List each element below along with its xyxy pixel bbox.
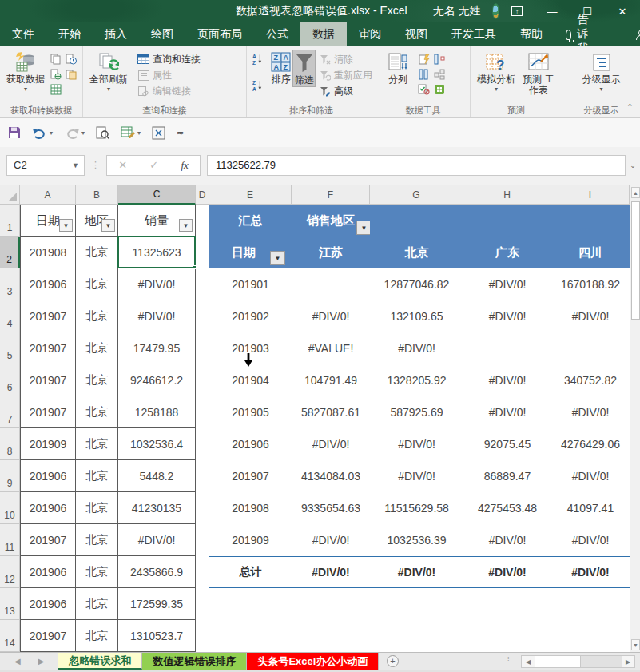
pivot-value-cell[interactable]: 587925.69 [370,396,463,428]
left-table-cell[interactable]: 2435866.9 [118,556,196,588]
left-table-cell[interactable]: 17479.95 [118,332,196,364]
row-header-14[interactable]: 14 [0,620,20,652]
undo-button[interactable]: ▾ [32,127,53,139]
share-button[interactable]: 共享 [604,20,640,49]
left-table-cell[interactable]: 201907 [20,332,76,364]
row-header-9[interactable]: 9 [0,460,20,492]
edit-links-button[interactable]: 编辑链接 [137,85,201,98]
left-table-cell[interactable]: 201906 [20,268,76,300]
left-table-cell[interactable]: #DIV/0! [118,268,196,300]
pivot-value-cell[interactable]: #DIV/0! [292,300,370,332]
ribbon-tab-11[interactable]: 帮助 [508,22,555,46]
left-table-cell[interactable]: 41230135 [118,492,196,524]
pivot-value-cell[interactable]: #DIV/0! [551,396,630,428]
consolidate-icon[interactable] [433,68,445,80]
pivot-value-cell[interactable]: #DIV/0! [551,300,630,332]
expand-formula-bar-icon[interactable]: ⌄ [626,161,640,169]
ribbon-tab-9[interactable]: 视图 [393,22,439,46]
row-header-2[interactable]: 2 [0,237,20,268]
sheet-tab-2[interactable]: 数值逻辑错误排序 [142,653,247,670]
pivot-value-cell[interactable]: #VALUE! [292,332,370,364]
ribbon-tab-5[interactable]: 页面布局 [185,22,254,46]
pivot-value-cell[interactable]: #DIV/0! [463,524,551,556]
scroll-left-arrow-icon[interactable]: ◀ [522,656,535,667]
scroll-right-arrow-icon[interactable]: ▶ [622,656,634,667]
row-header-3[interactable]: 3 [0,268,20,300]
pivot-row-label[interactable]: 201905 [209,396,292,428]
confirm-entry-button[interactable]: ✓ [149,159,158,171]
manage-data-model-icon[interactable] [433,83,445,95]
left-table-cell[interactable]: 201906 [20,492,76,524]
left-table-cell[interactable]: 北京 [76,492,118,524]
print-preview-button[interactable] [96,126,109,140]
properties-button[interactable]: 属性 [137,69,201,82]
pivot-value-cell[interactable]: #DIV/0! [551,460,630,492]
select-all-button[interactable] [0,185,20,205]
row-header-6[interactable]: 6 [0,364,20,396]
outline-button[interactable]: 分级显示 ▾ [576,50,627,92]
left-table-cell[interactable]: 北京 [76,428,118,460]
pivot-value-cell[interactable]: 4276429.06 [551,428,630,460]
filter-dropdown-icon[interactable]: ▼ [59,219,73,232]
pivot-summary-header[interactable]: 汇总 [209,205,292,237]
pivot-value-cell[interactable]: #DIV/0! [463,300,551,332]
touch-mode-button[interactable] [152,126,165,140]
left-table-cell[interactable]: 201908 [20,237,76,268]
pivot-value-cell[interactable] [463,332,551,364]
pivot-value-cell[interactable]: 4134084.03 [292,460,370,492]
pivot-total-value[interactable]: #DIV/0! [292,556,370,588]
left-table-cell[interactable]: 201909 [20,428,76,460]
flash-fill-icon[interactable] [418,53,430,65]
pivot-value-cell[interactable]: 86889.47 [463,460,551,492]
column-header-I[interactable]: I [551,185,630,205]
left-table-cell[interactable]: 北京 [76,364,118,396]
column-header-B[interactable]: B [76,185,118,205]
customize-qat-button[interactable]: ≂ [177,128,184,138]
left-table-header[interactable]: 销量▼ [118,205,196,237]
sheet-tab-1[interactable]: 忽略错误求和 [58,653,142,670]
left-table-cell[interactable]: 201907 [20,364,76,396]
pivot-value-cell[interactable]: 104791.49 [292,364,370,396]
pivot-header-fill[interactable] [463,205,551,237]
sheet-nav-left-icon[interactable]: ◀ [14,657,21,666]
left-table-cell[interactable]: 1310523.7 [118,620,196,652]
row-header-12[interactable]: 12 [0,556,20,588]
row-header-4[interactable]: 4 [0,300,20,332]
filter-dropdown-icon[interactable]: ▼ [179,219,193,232]
pivot-value-cell[interactable]: 4275453.48 [463,492,551,524]
vertical-scrollbar[interactable]: ▲ ▼ [630,185,640,652]
left-table-cell[interactable]: 北京 [76,300,118,332]
pivot-total-label[interactable]: 总计 [209,556,292,588]
pivot-value-cell[interactable]: 9335654.63 [292,492,370,524]
pivot-value-cell[interactable]: 1670188.92 [551,268,630,300]
close-button[interactable]: ✕ [605,0,640,22]
pivot-row-label[interactable]: 201907 [209,460,292,492]
row-header-11[interactable]: 11 [0,524,20,556]
pivot-value-cell[interactable]: 41097.41 [551,492,630,524]
pivot-total-value[interactable]: #DIV/0! [370,556,463,588]
column-header-D[interactable]: D [196,185,209,205]
pivot-value-cell[interactable]: #DIV/0! [370,428,463,460]
avatar[interactable] [492,3,499,19]
pivot-column-header[interactable]: 四川 [551,237,630,268]
column-header-E[interactable]: E [209,185,292,205]
left-table-cell[interactable]: 201907 [20,300,76,332]
column-insert-icon[interactable] [433,53,445,65]
scroll-down-arrow-icon[interactable]: ▼ [631,639,640,650]
vertical-scrollbar-thumb[interactable] [631,201,640,320]
collapse-ribbon-icon[interactable]: ⌃ [626,102,634,113]
pivot-field-header[interactable]: 销售地区▼ [292,205,370,237]
pivot-value-cell[interactable]: #DIV/0! [551,524,630,556]
left-table-cell[interactable]: 1032536.4 [118,428,196,460]
horizontal-scrollbar[interactable]: ◀ ▶ [521,655,635,668]
formula-bar-input[interactable]: 11325622.79 [207,155,626,176]
left-table-cell[interactable]: 5448.2 [118,460,196,492]
pivot-value-cell[interactable]: 11515629.58 [370,492,463,524]
horizontal-scrollbar-thumb[interactable] [535,656,581,667]
pivot-value-cell[interactable]: 340752.82 [551,364,630,396]
left-table-cell[interactable]: 北京 [76,396,118,428]
left-table-cell[interactable]: 11325623 [118,237,196,268]
left-table-cell[interactable]: 172599.35 [118,588,196,620]
ribbon-display-options-button[interactable]: ↑ [499,0,535,22]
pivot-value-cell[interactable]: 1328205.92 [370,364,463,396]
